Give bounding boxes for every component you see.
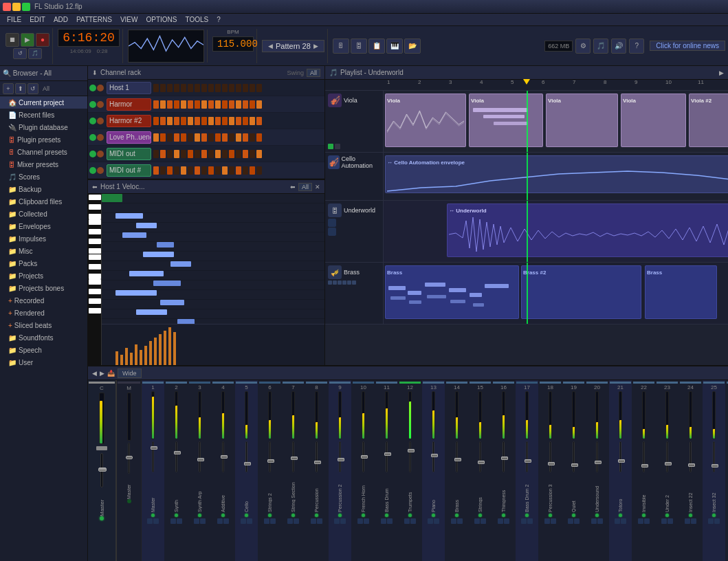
ch-knob-b-4[interactable]	[223, 518, 229, 524]
fader-2[interactable]	[174, 451, 181, 454]
ch-led-17[interactable]	[525, 514, 529, 517]
ch-knob-a-18[interactable]	[544, 518, 550, 524]
fader-24[interactable]	[688, 463, 695, 467]
ch-knob-b-8[interactable]	[317, 518, 322, 524]
help-btn[interactable]: ?	[629, 38, 644, 54]
ch-knob-a-10[interactable]	[357, 518, 363, 524]
fader-22[interactable]	[641, 464, 648, 468]
sidebar-item-sliced-beats[interactable]: + Sliced beats	[0, 319, 87, 331]
fader-15[interactable]	[478, 461, 485, 464]
ch-knob-b-10[interactable]	[364, 518, 369, 524]
ch-led-15[interactable]	[478, 514, 482, 517]
sidebar-item-current-project[interactable]: 🏠 Current project	[0, 96, 87, 109]
clip-viola-2[interactable]: Viola	[469, 94, 543, 147]
ch-knob-b-23[interactable]	[668, 518, 673, 524]
fader-14[interactable]	[454, 458, 461, 461]
ch-knob-a-13[interactable]	[428, 518, 433, 524]
record-button[interactable]: ●	[36, 33, 49, 47]
ch-knob-b-9[interactable]	[340, 518, 346, 524]
sidebar-item-channel-presets[interactable]: 🎚 Channel presets	[0, 146, 87, 158]
fader-4[interactable]	[221, 455, 228, 459]
news-ticker[interactable]: Click for online news	[650, 41, 725, 51]
ch-led-12[interactable]	[408, 514, 412, 517]
sidebar-item-clipboard[interactable]: 📁 Clipboard files	[0, 195, 87, 208]
fader-5[interactable]	[244, 462, 251, 465]
ch-knob-b-18[interactable]	[551, 518, 556, 524]
ch-active-btn[interactable]	[89, 85, 96, 91]
close-btn[interactable]	[3, 3, 11, 11]
menu-help[interactable]: ?	[212, 14, 225, 25]
menu-file[interactable]: FILE	[3, 14, 25, 25]
channel-rack-btn[interactable]: 🎛	[351, 38, 367, 54]
fader-master[interactable]	[98, 468, 107, 472]
ch-led-9[interactable]	[338, 514, 342, 517]
sidebar-item-impulses[interactable]: 📁 Impulses	[0, 232, 87, 245]
ch-led-14[interactable]	[455, 514, 459, 517]
ch-knob-a-5[interactable]	[241, 518, 246, 524]
ch-mute-btn[interactable]	[97, 134, 104, 141]
clip-viola-3[interactable]: Viola	[546, 94, 618, 147]
sidebar-item-rendered[interactable]: + Rendered	[0, 307, 87, 319]
ch-led-8[interactable]	[315, 514, 318, 517]
ch-led-20[interactable]	[595, 514, 599, 517]
track-content-cello[interactable]: ↔ Cello Automation envelope	[384, 153, 728, 200]
ch-knob-b-15[interactable]	[481, 518, 486, 524]
sidebar-item-mixer-presets[interactable]: 🎛 Mixer presets	[0, 158, 87, 170]
menu-patterns[interactable]: PATTERNS	[72, 14, 116, 25]
ch-knob-b-2[interactable]	[177, 518, 182, 524]
ch-knob-b-6[interactable]	[270, 518, 276, 524]
fader-3[interactable]	[197, 458, 204, 461]
ch-knob-b-5[interactable]	[247, 518, 252, 524]
maximize-btn[interactable]	[22, 3, 30, 11]
ch-knob-a-4[interactable]	[217, 518, 223, 524]
browser-nav-btn[interactable]: ⬆	[15, 83, 26, 94]
ch-knob-b-22[interactable]	[644, 518, 650, 524]
ch-knob-a-17[interactable]	[521, 518, 527, 524]
mixer-btn[interactable]: 🎚	[333, 38, 349, 54]
loop-button[interactable]: ↺	[13, 48, 27, 59]
browser-add-btn[interactable]: +	[3, 83, 14, 94]
ch-knob-b-3[interactable]	[200, 518, 206, 524]
playlist-btn[interactable]: 📋	[368, 38, 385, 54]
ch-active-btn[interactable]	[89, 167, 96, 174]
step-seq-zoom[interactable]: All	[298, 183, 312, 191]
piano-roll-btn[interactable]: 🎹	[386, 38, 403, 54]
pattern-selector[interactable]: ◀ Pattern 28 ▶	[262, 40, 324, 52]
browser-btn[interactable]: 📂	[404, 38, 421, 54]
fader-20[interactable]	[595, 461, 602, 464]
clip-brass-2[interactable]: Brass #2	[521, 265, 641, 319]
sidebar-item-projects-bones[interactable]: 📁 Projects bones	[0, 282, 87, 294]
ch-knob-a-25[interactable]	[708, 518, 714, 524]
ch-led-1[interactable]	[151, 514, 155, 517]
sidebar-item-recent-files[interactable]: 📄 Recent files	[0, 109, 87, 121]
ch-active-btn[interactable]	[89, 134, 96, 141]
ch-led-22[interactable]	[642, 514, 646, 517]
ch-mute-btn[interactable]	[97, 85, 104, 91]
ch-knob-b-12[interactable]	[410, 518, 416, 524]
sidebar-item-scores[interactable]: 🎵 Scores	[0, 170, 87, 183]
settings-btn[interactable]: ⚙	[575, 38, 591, 54]
stop-button[interactable]: ⏹	[5, 33, 19, 47]
fader-21[interactable]	[618, 459, 625, 463]
ch-knob-a-24[interactable]	[685, 518, 690, 524]
fader-m[interactable]	[126, 456, 133, 459]
ch-knob-a-7[interactable]	[287, 518, 293, 524]
ch-led-23[interactable]	[665, 514, 669, 517]
ch-knob-a-11[interactable]	[381, 518, 386, 524]
ch-led-6[interactable]	[268, 514, 272, 517]
menu-options[interactable]: OPTIONS	[142, 14, 181, 25]
fader-12[interactable]	[408, 449, 415, 452]
clip-brass-3[interactable]: Brass	[645, 265, 717, 319]
ch-led-13[interactable]	[432, 514, 435, 517]
fader-18[interactable]	[548, 462, 555, 465]
menu-add[interactable]: ADD	[49, 14, 72, 25]
ch-led-21[interactable]	[619, 514, 622, 517]
ch-led-7[interactable]	[291, 514, 295, 517]
ch-active-btn[interactable]	[89, 151, 96, 157]
ch-knob-a-21[interactable]	[615, 518, 620, 524]
fader-knob-master[interactable]	[96, 446, 107, 450]
ch-knob-a-20[interactable]	[591, 518, 597, 524]
ch-knob-b-20[interactable]	[597, 518, 603, 524]
sidebar-item-soundfonts[interactable]: 📁 Soundfonts	[0, 331, 87, 344]
sidebar-item-misc[interactable]: 📁 Misc	[0, 245, 87, 257]
